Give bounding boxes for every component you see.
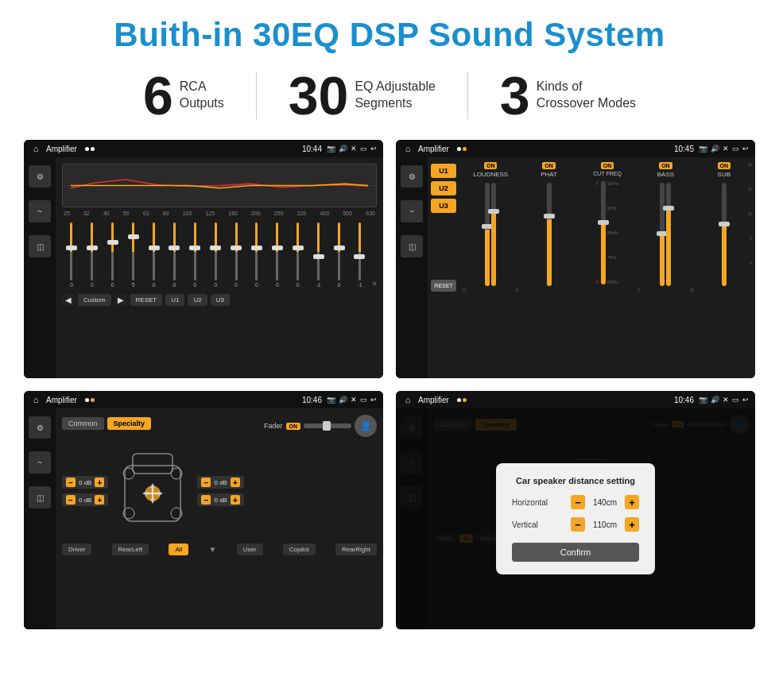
user-btn[interactable]: User [237,543,263,555]
ch-loudness: ON LOUDNESS G F [463,162,518,373]
lf-plus[interactable]: + [95,478,104,487]
cutfreq-sl[interactable] [601,181,606,284]
slider-track-9 [235,222,238,280]
loudness-sl-2[interactable] [491,183,496,286]
eq-filter-btn[interactable]: ⚙ [29,165,51,188]
eq-slider-5[interactable]: 0 [145,222,164,288]
rearright-btn[interactable]: RearRight [335,543,377,555]
volume-icon: 🔊 [339,145,347,153]
right-front-vol: − 0 dB + [197,476,243,489]
tab-common[interactable]: Common [62,417,104,430]
eq-slider-13[interactable]: -1 [309,222,328,288]
driver-btn[interactable]: Driver [62,543,91,555]
u1-preset[interactable]: U1 [431,164,456,178]
prev-preset-btn[interactable]: ◀ [62,294,75,306]
eq-filter-btn-2[interactable]: ⚙ [401,165,423,188]
eq-slider-4[interactable]: 5 [124,222,143,288]
slider-thumb-11 [272,246,283,250]
home-icon[interactable]: ⌂ [30,143,41,154]
home-icon-3[interactable]: ⌂ [30,394,41,405]
dot-4 [463,147,467,151]
speaker-btn[interactable]: ◫ [29,235,51,257]
home-icon-4[interactable]: ⌂ [402,394,413,405]
freq-630: 630 [366,211,375,216]
vertical-minus-btn[interactable]: − [571,517,585,532]
fader-controls: Fader ON 👤 [264,415,377,437]
eq-slider-8[interactable]: 0 [206,222,225,288]
vertical-plus-btn[interactable]: + [625,517,639,532]
lr-plus[interactable]: + [95,495,104,505]
confirm-button[interactable]: Confirm [512,543,639,562]
stat-label-crossover: Kinds ofCrossover Modes [537,79,636,112]
back-icon-4: ↩ [742,396,749,404]
dot-1 [85,147,89,151]
dot-5 [85,398,89,402]
back-icon-2: ↩ [742,145,749,153]
lr-minus[interactable]: − [66,495,76,505]
ch-label-phat: PHAT [541,171,557,178]
tab-specialty[interactable]: Specialty [107,417,152,430]
u2-preset[interactable]: U2 [431,181,456,195]
slider-thumb-9 [231,246,242,250]
eq-slider-12[interactable]: 0 [289,222,308,288]
fader-slider[interactable] [304,423,351,428]
reset-btn-1[interactable]: RESET [130,294,163,306]
screen1-content: ⚙ ~ ◫ [24,157,383,378]
speaker-btn-3[interactable]: ◫ [29,486,51,509]
dot-3 [457,147,461,151]
horizontal-plus-btn[interactable]: + [625,495,639,509]
eq-slider-2[interactable]: 0 [83,222,102,288]
stat-label-rca: RCAOutputs [180,79,224,112]
lf-minus[interactable]: − [66,478,76,487]
eq-slider-9[interactable]: 0 [227,222,246,288]
time-3: 10:46 [302,396,322,404]
eq-slider-15[interactable]: -1 [350,222,369,288]
eq-filter-btn-3[interactable]: ⚙ [29,416,51,439]
rearleft-btn[interactable]: RearLeft [112,543,149,555]
slider-track-2 [91,222,93,280]
eq-slider-7[interactable]: 0 [185,222,204,288]
next-preset-btn[interactable]: ▶ [114,294,127,306]
x-icon-3: ✕ [351,396,357,404]
custom-preset-btn[interactable]: Custom [78,294,111,306]
sub-slider[interactable] [722,183,727,286]
wave-btn-3[interactable]: ~ [29,451,51,474]
rf-minus[interactable]: − [201,478,211,487]
ch-sub: ON SUB 20 15 10 5 0 [696,162,752,373]
side-controls-3: ⚙ ~ ◫ [24,408,56,629]
wave-btn-2[interactable]: ~ [401,200,423,222]
bass-sl-1[interactable] [660,183,665,286]
on-badge-bass: ON [659,162,672,169]
status-icons-4: 📷 🔊 ✕ ▭ ↩ [699,396,749,404]
eq-slider-6[interactable]: 0 [165,222,184,288]
eq-slider-10[interactable]: 0 [247,222,266,288]
reset-preset[interactable]: RESET [431,280,456,292]
slider-track-15 [358,222,361,280]
u2-btn[interactable]: U2 [188,294,207,306]
copilot-btn[interactable]: Copilot [283,543,316,555]
status-dots-1 [85,147,95,151]
u3-preset[interactable]: U3 [431,199,456,213]
rr-minus[interactable]: − [201,495,211,505]
all-btn[interactable]: All [169,543,188,555]
rr-plus[interactable]: + [231,495,240,505]
u1-btn[interactable]: U1 [165,294,184,306]
phat-slider[interactable] [547,183,552,286]
eq-slider-1[interactable]: 0 [62,222,81,288]
wave-btn[interactable]: ~ [29,200,51,222]
bass-sl-2[interactable] [666,183,671,286]
u3-btn[interactable]: U3 [211,294,230,306]
xover-main: Common Specialty Fader ON 👤 [56,408,383,629]
eq-slider-11[interactable]: 0 [268,222,287,288]
camera-icon-4: 📷 [699,396,707,404]
speaker-btn-2[interactable]: ◫ [401,235,423,257]
loudness-sl-1[interactable] [485,183,490,286]
x-icon-4: ✕ [723,396,729,404]
down-arrow-icon: ▼ [209,545,217,554]
eq-slider-14[interactable]: 0 [330,222,349,288]
on-badge-cutfreq: ON [601,162,614,169]
home-icon-2[interactable]: ⌂ [402,143,413,154]
eq-slider-3[interactable]: 0 [103,222,122,288]
horizontal-minus-btn[interactable]: − [571,495,585,509]
rf-plus[interactable]: + [231,478,240,487]
